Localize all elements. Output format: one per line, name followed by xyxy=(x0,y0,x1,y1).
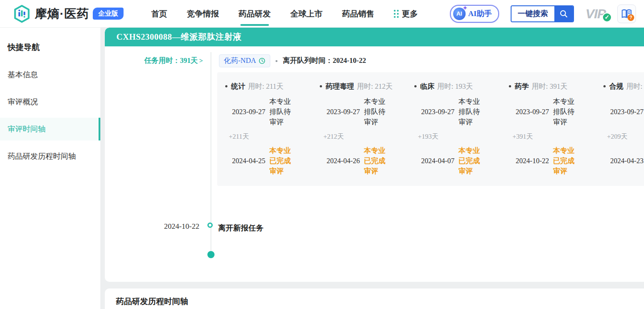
event-status: 本专业排队待审评 xyxy=(364,96,387,127)
top-navbar: 摩熵·医药 企业版 首页 竞争情报 药品研发 全球上市 药品销售 更多 AI ✦… xyxy=(0,0,644,28)
event-date: 2023-09-27 xyxy=(414,108,454,116)
timeline-node-icon xyxy=(207,222,213,228)
specialty-duration: 用时: 209天 xyxy=(626,82,644,90)
quick-nav-sidebar: 快捷导航 基本信息 审评概况 审评时间轴 药品研发历程时间轴 xyxy=(0,28,100,309)
specialty-column-pharmacology-toxicology: 药理毒理用时: 212天 2023-09-27 本专业排队待审评 +212天 2… xyxy=(320,81,396,176)
review-event: 2023-09-27 本专业排队待审评 xyxy=(603,96,644,127)
vip-badge[interactable]: VIP ✓ xyxy=(586,6,606,21)
event-date: 2024-04-23 xyxy=(603,157,644,165)
event-status-done: 本专业已完成审评 xyxy=(269,145,293,176)
logo-hexagon-icon xyxy=(12,4,31,23)
event-date: 2023-09-27 xyxy=(320,108,360,116)
bullet-icon xyxy=(414,85,417,87)
sidebar-item-rnd-history-timeline[interactable]: 药品研发历程时间轴 xyxy=(0,145,100,168)
event-date: 2024-10-22 xyxy=(509,157,549,165)
review-event: 2023-09-27 本专业排队待审评 xyxy=(320,96,396,127)
review-event: 2024-10-22 本专业已完成审评 xyxy=(509,145,585,176)
review-event: 2024-04-26 本专业已完成审评 xyxy=(320,145,396,176)
meta-right: 化药-NDA 离开队列时间：2024-10-22 xyxy=(219,54,366,67)
main-column: CXHS2300088—维派那肽注射液 任务用时：391天> 化药-NDA xyxy=(105,28,644,309)
drug-type-tag-label: 化药-NDA xyxy=(224,56,256,66)
elapsed-days: +209天 xyxy=(607,132,644,141)
sidebar-item-review-timeline[interactable]: 审评时间轴 xyxy=(0,118,100,140)
event-status-done: 本专业已完成审评 xyxy=(364,145,387,176)
specialty-duration: 用时: 391天 xyxy=(532,82,567,90)
review-event: 2023-09-27 本专业排队待审评 xyxy=(225,96,301,127)
separator-dot xyxy=(276,60,277,62)
bullet-icon xyxy=(225,85,227,87)
nav-item-drug-sales[interactable]: 药品销售 xyxy=(342,0,374,27)
event-status: 本专业排队待审评 xyxy=(458,96,482,127)
sparkle-icon: ✦ xyxy=(463,5,467,11)
event-status: 本专业排队待审评 xyxy=(269,96,293,127)
task-duration-link[interactable]: 任务用时：391天> xyxy=(105,56,203,66)
event-status-done: 本专业已完成审评 xyxy=(458,145,482,176)
logo-text: 摩熵·医药 xyxy=(35,6,89,22)
leave-queue-time: 离开队列时间：2024-10-22 xyxy=(283,56,366,66)
quick-search[interactable]: 一键搜索 xyxy=(511,5,574,22)
timeline-event-date: 2024-10-22 xyxy=(105,222,199,231)
content-area: 快捷导航 基本信息 审评概况 审评时间轴 药品研发历程时间轴 CXHS23000… xyxy=(0,28,644,309)
review-event: 2024-04-23 本专业已完成审评 xyxy=(603,145,644,176)
timeline-end-dot-icon xyxy=(207,251,215,258)
grid-dots-icon xyxy=(394,10,399,18)
specialty-column-pharmacy: 药学用时: 391天 2023-09-27 本专业排队待审评 +391天 202… xyxy=(509,81,585,176)
vip-check-icon: ✓ xyxy=(602,12,612,22)
enterprise-badge: 企业版 xyxy=(93,8,124,20)
event-date: 2024-04-26 xyxy=(320,157,360,165)
specialty-column-clinical: 临床用时: 193天 2023-09-27 本专业排队待审评 +193天 202… xyxy=(414,81,490,176)
bullet-icon xyxy=(320,85,322,87)
review-event: 2024-04-07 本专业已完成审评 xyxy=(414,145,490,176)
rnd-history-title: 药品研发历程时间轴 xyxy=(116,296,644,307)
review-event: 2023-09-27 本专业排队待审评 xyxy=(414,96,490,127)
logo[interactable]: 摩熵·医药 企业版 xyxy=(12,4,124,23)
event-date: 2024-04-25 xyxy=(225,157,265,165)
specialty-name: 临床 xyxy=(420,82,434,90)
ai-assistant-button[interactable]: AI ✦ AI助手 xyxy=(450,5,499,23)
chevron-right-icon: > xyxy=(199,57,203,64)
quick-search-label: 一键搜索 xyxy=(512,6,554,21)
review-specialties-panel: 统计用时: 211天 2023-09-27 本专业排队待审评 +211天 202… xyxy=(217,72,644,186)
event-date: 2023-09-27 xyxy=(225,108,265,116)
nav-item-home[interactable]: 首页 xyxy=(151,0,167,27)
event-date: 2023-09-27 xyxy=(603,108,644,116)
nav-item-more-label: 更多 xyxy=(402,8,418,19)
review-event: 2023-09-27 本专业排队待审评 xyxy=(509,96,585,127)
event-status: 本专业排队待审评 xyxy=(553,96,576,127)
elapsed-days: +211天 xyxy=(229,132,301,141)
card-header: CXHS2300088—维派那肽注射液 xyxy=(105,28,644,46)
nav-item-drug-rnd[interactable]: 药品研发 xyxy=(239,0,271,27)
elapsed-days: +391天 xyxy=(512,132,585,141)
sidebar-item-review-overview[interactable]: 审评概况 xyxy=(0,91,100,113)
drug-application-title: CXHS2300088—维派那肽注射液 xyxy=(116,31,242,43)
help-guide-button[interactable]: ? xyxy=(617,4,636,23)
specialty-name: 合规 xyxy=(609,82,623,90)
bullet-icon xyxy=(509,85,511,87)
event-status-done: 本专业已完成审评 xyxy=(553,145,576,176)
nav-menu: 首页 竞争情报 药品研发 全球上市 药品销售 更多 xyxy=(151,0,418,27)
elapsed-days: +193天 xyxy=(418,132,490,141)
timeline-event-label: 离开新报任务 xyxy=(218,223,264,233)
specialty-duration: 用时: 193天 xyxy=(437,82,473,90)
drug-type-tag[interactable]: 化药-NDA xyxy=(219,54,270,67)
ai-assistant-label: AI助手 xyxy=(468,8,492,19)
specialty-name: 药学 xyxy=(515,82,529,90)
specialty-name: 药理毒理 xyxy=(326,82,354,90)
nav-item-more[interactable]: 更多 xyxy=(394,0,418,27)
specialty-name: 统计 xyxy=(231,82,245,90)
ai-logo-icon: AI ✦ xyxy=(453,8,466,20)
elapsed-days: +212天 xyxy=(323,132,396,141)
bullet-icon xyxy=(603,85,606,87)
sidebar-title: 快捷导航 xyxy=(0,36,100,59)
nav-item-global-launch[interactable]: 全球上市 xyxy=(290,0,322,27)
specialty-duration: 用时: 211天 xyxy=(248,82,284,90)
meta-row: 任务用时：391天> 化药-NDA 离开队列时间：2024-10-22 xyxy=(105,54,644,67)
specialty-column-compliance: 合规用时: 209天 2023-09-27 本专业排队待审评 +209天 202… xyxy=(603,81,644,176)
specialty-column-statistics: 统计用时: 211天 2023-09-27 本专业排队待审评 +211天 202… xyxy=(225,81,301,176)
review-timeline-card: CXHS2300088—维派那肽注射液 任务用时：391天> 化药-NDA xyxy=(105,28,644,282)
rnd-history-card: 药品研发历程时间轴 xyxy=(105,288,644,309)
search-button[interactable] xyxy=(554,6,573,21)
sidebar-item-basic-info[interactable]: 基本信息 xyxy=(0,63,100,86)
review-event: 2024-04-25 本专业已完成审评 xyxy=(225,145,301,176)
nav-item-competitive-intel[interactable]: 竞争情报 xyxy=(187,0,219,27)
